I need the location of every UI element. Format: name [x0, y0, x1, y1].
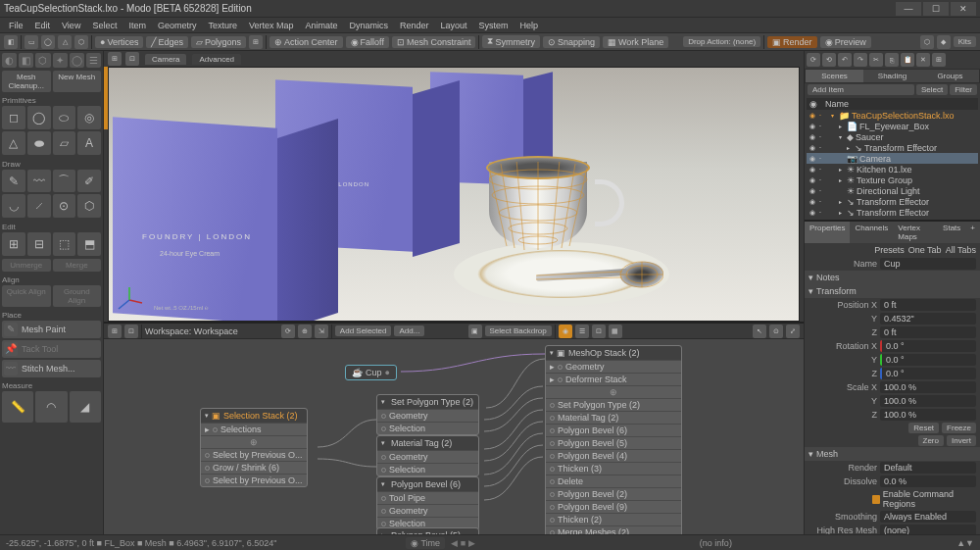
tool-icon[interactable]: ⬡	[920, 35, 934, 49]
tack-tool-button[interactable]: 📌Tack Tool	[2, 340, 101, 358]
plane-icon[interactable]: ▱	[53, 131, 76, 155]
measure-icon[interactable]: 📏	[2, 391, 33, 423]
tool-icon[interactable]: ⬡	[35, 53, 50, 68]
menu-dynamics[interactable]: Dynamics	[345, 20, 394, 31]
rot-x-input[interactable]: 0.0 °	[880, 340, 976, 352]
ne-icon[interactable]: ⤢	[786, 325, 800, 338]
ne-icon[interactable]: ▣	[468, 325, 482, 338]
text-icon[interactable]: A	[77, 131, 101, 155]
render-button[interactable]: ▣Render	[767, 36, 817, 48]
ne-icon[interactable]: ⇲	[315, 325, 328, 338]
smoothing-select[interactable]: Always Enabled	[880, 511, 976, 523]
ne-icon[interactable]: ◉	[559, 325, 572, 338]
mesh-constraint-button[interactable]: ⊡Mesh Constraint	[392, 36, 476, 48]
ne-icon[interactable]: ⊡	[592, 325, 606, 338]
tree-row[interactable]: ◉·▸↘Transform Effector	[807, 207, 978, 218]
rot-y-input[interactable]: 0.0 °	[880, 354, 976, 366]
cube-icon[interactable]: ◻	[2, 106, 25, 129]
time-display[interactable]: ◉Time	[406, 537, 445, 549]
set-poly-type-node[interactable]: ▾Set Polygon Type (2) Geometry Selection	[376, 394, 479, 435]
sphere-icon[interactable]: ◯	[27, 106, 51, 129]
menu-help[interactable]: Help	[515, 20, 544, 31]
falloff-button[interactable]: ◉Falloff	[346, 36, 389, 48]
tree-row[interactable]: ◉·▸📄FL_Eyewear_Box	[807, 121, 978, 131]
rot-z-input[interactable]: 0.0 °	[880, 368, 976, 379]
polygon-bevel-node[interactable]: ▸Polygon Bevel (5)	[376, 527, 479, 534]
tool-icon[interactable]: ◯	[70, 53, 84, 68]
tree-row[interactable]: ◉·▾◆Saucer	[807, 131, 978, 142]
measure-icon[interactable]: ◢	[70, 391, 101, 423]
all-tabs-button[interactable]: All Tabs	[946, 245, 976, 255]
one-tab-button[interactable]: One Tab	[908, 245, 942, 255]
select-backdrop-button[interactable]: Select Backdrop	[485, 325, 552, 336]
menu-edit[interactable]: Edit	[30, 20, 56, 31]
advanced-tab[interactable]: Advanced	[192, 54, 241, 65]
menu-item[interactable]: Item	[123, 20, 151, 31]
curve-icon[interactable]: 〰	[27, 170, 51, 193]
enable-cmd-regions-checkbox[interactable]	[872, 495, 880, 504]
tool-icon[interactable]: ◧	[4, 35, 18, 49]
quick-align-button[interactable]: Quick Align	[2, 285, 51, 307]
pos-y-input[interactable]: 0.4532"	[880, 313, 976, 325]
tree-row[interactable]: ◉·▸☀Kitchen 01.lxe	[807, 164, 978, 175]
menu-render[interactable]: Render	[395, 20, 434, 31]
edit-icon[interactable]: ⬒	[77, 232, 101, 256]
tool-icon[interactable]: ◐	[2, 53, 17, 68]
snapping-button[interactable]: ⊙Snapping	[543, 36, 600, 48]
node-editor[interactable]: ⊞ ⊡ Workspace: Workspace ⟳ ⊕ ⇲ Add Selec…	[104, 322, 804, 534]
menu-view[interactable]: View	[57, 20, 85, 31]
menu-file[interactable]: File	[4, 20, 28, 31]
edit-icon[interactable]: ⊞	[2, 232, 25, 256]
invert-button[interactable]: Invert	[947, 435, 976, 446]
kits-button[interactable]: Kits	[954, 36, 976, 47]
rs-icon[interactable]: ⊞	[932, 53, 946, 67]
tool-icon[interactable]: ◧	[19, 53, 33, 68]
measure-icon[interactable]: ◠	[35, 391, 67, 423]
ground-align-button[interactable]: Ground Align	[53, 285, 102, 307]
viewport-icon[interactable]: ⊡	[125, 52, 139, 66]
properties-tab[interactable]: Properties	[805, 222, 850, 243]
menu-layout[interactable]: Layout	[436, 20, 472, 31]
maximize-button[interactable]: ☐	[923, 2, 949, 16]
ne-icon[interactable]: ↖	[753, 325, 766, 338]
menu-vertexmap[interactable]: Vertex Map	[244, 20, 299, 31]
mesh-paint-button[interactable]: ✎Mesh Paint	[2, 321, 101, 338]
dissolve-input[interactable]: 0.0 %	[880, 475, 976, 487]
groups-tab[interactable]: Groups	[921, 70, 979, 82]
tool-icon[interactable]: ◯	[41, 35, 55, 49]
new-mesh-button[interactable]: New Mesh	[53, 71, 102, 92]
pos-x-input[interactable]: 0 ft	[880, 299, 976, 311]
render-select[interactable]: Default	[880, 462, 976, 474]
channels-tab[interactable]: Channels	[850, 222, 893, 243]
filter-button[interactable]: Filter	[950, 84, 977, 95]
ne-icon[interactable]: ⊞	[108, 325, 122, 338]
scene-tree[interactable]: ◉Name ◉·▾📁TeaCupSelectionStack.lxo◉·▸📄FL…	[805, 96, 980, 220]
draw-icon[interactable]: ◡	[2, 194, 25, 218]
scale-z-input[interactable]: 100.0 %	[880, 409, 976, 421]
draw-icon[interactable]: ⟋	[27, 194, 51, 218]
zero-button[interactable]: Zero	[918, 435, 944, 446]
shading-tab[interactable]: Shading	[863, 70, 921, 82]
edit-icon[interactable]: ⬚	[53, 232, 76, 256]
cone-icon[interactable]: △	[2, 131, 25, 155]
ne-icon[interactable]: ⊕	[298, 325, 312, 338]
3d-viewport[interactable]: FOUNDRY | LONDON FOUNDRY | LONDON 24-hou…	[108, 67, 800, 322]
polygon-bevel-node[interactable]: ▾Polygon Bevel (6) Tool Pipe Geometry Se…	[376, 476, 479, 530]
tree-row[interactable]: ◉·📷Camera	[807, 153, 978, 164]
preview-button[interactable]: ◉Preview	[820, 36, 871, 48]
tool-icon[interactable]: ◆	[937, 35, 951, 49]
tree-row[interactable]: ◉·▾📁TeaCupSelectionStack.lxo	[807, 110, 978, 121]
tree-row[interactable]: ◉·▸☀Texture Group	[807, 175, 978, 185]
scenes-tab[interactable]: Scenes	[806, 70, 863, 82]
camera-tab[interactable]: Camera	[145, 54, 186, 65]
rs-icon[interactable]: 📋	[901, 53, 914, 67]
menu-select[interactable]: Select	[87, 20, 122, 31]
torus-icon[interactable]: ◎	[77, 106, 101, 129]
stats-tab[interactable]: Stats	[938, 222, 965, 243]
edges-button[interactable]: ╱Edges	[146, 36, 188, 48]
add-selected-button[interactable]: Add Selected	[335, 325, 392, 336]
ne-icon[interactable]: ⟳	[281, 325, 295, 338]
rs-icon[interactable]: ⟲	[822, 53, 836, 67]
close-button[interactable]: ✕	[951, 2, 976, 16]
rs-icon[interactable]: ⟳	[807, 53, 820, 67]
